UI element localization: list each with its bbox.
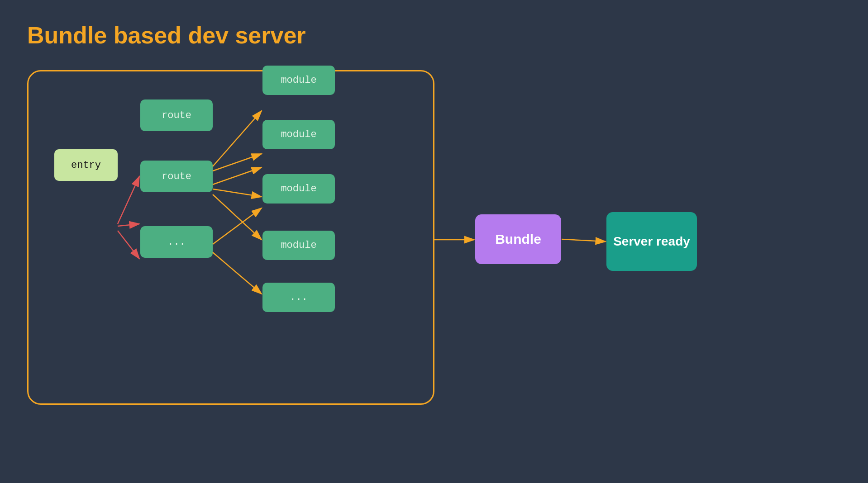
- route-node-2: route: [140, 161, 213, 192]
- svg-line-13: [562, 239, 606, 242]
- module-node-1: module: [262, 66, 335, 95]
- module-node-4: module: [262, 231, 335, 260]
- module-node-2: module: [262, 120, 335, 149]
- module-node-3: module: [262, 174, 335, 204]
- ellipsis-node-right: ...: [262, 283, 335, 312]
- ellipsis-node-left: ...: [140, 226, 213, 258]
- route-node-1: route: [140, 99, 213, 131]
- bundle-box-container: [27, 70, 434, 405]
- entry-node: entry: [54, 149, 118, 181]
- page-title: Bundle based dev server: [27, 22, 306, 49]
- server-ready-node: Server ready: [606, 212, 697, 271]
- bundle-node: Bundle: [475, 214, 561, 264]
